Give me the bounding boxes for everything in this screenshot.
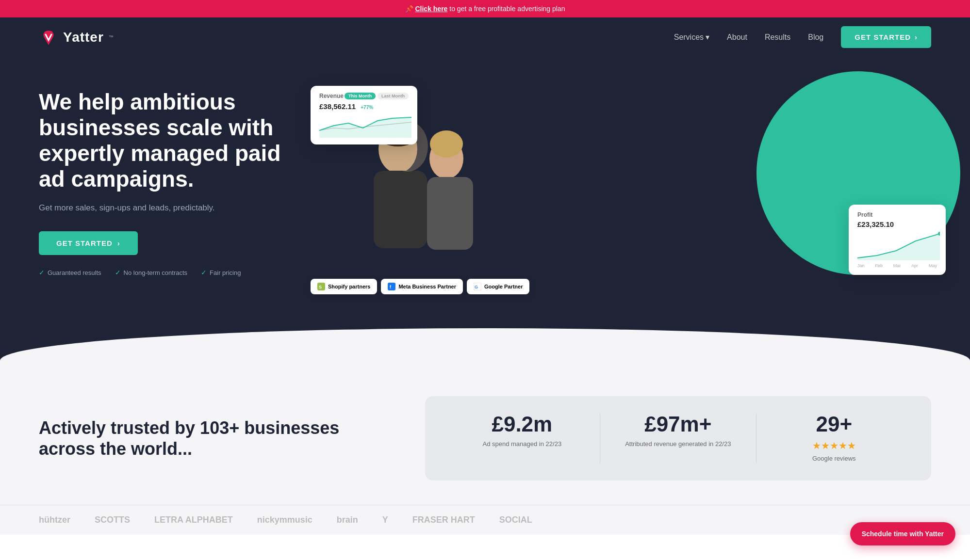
- nav-about[interactable]: About: [727, 33, 747, 42]
- logo-tm: ™: [109, 34, 114, 40]
- stats-section: Actively trusted by 103+ businesses acro…: [0, 367, 970, 505]
- partner-badges: S Shopify partners f Meta Business Partn…: [311, 279, 529, 294]
- google-partner-badge: G Google Partner: [467, 279, 529, 294]
- svg-rect-12: [388, 283, 395, 290]
- svg-marker-7: [319, 117, 411, 138]
- logo[interactable]: Yatter™: [39, 28, 114, 47]
- profit-card-title: Profit: [857, 211, 937, 218]
- float-schedule-button[interactable]: Schedule time with Yatter: [850, 522, 955, 535]
- svg-rect-1: [374, 171, 427, 248]
- check-guaranteed: ✓ Guaranteed results: [39, 269, 101, 276]
- hero-left: We help ambitious businesses scale with …: [39, 89, 301, 276]
- chevron-down-icon: ▾: [706, 32, 709, 42]
- brand-fraser-hart: FRASER HART: [412, 515, 475, 525]
- navbar: Yatter™ Services ▾ About Results Blog GE…: [0, 17, 970, 57]
- hero-right: Revenue This Month Last Month £38,562.11…: [301, 86, 931, 280]
- arrow-right-icon: ›: [117, 239, 120, 247]
- stat-value-spend: £9.2m: [454, 414, 590, 435]
- stat-label-revenue: Attributed revenue generated in 22/23: [610, 440, 746, 448]
- revenue-card-title: Revenue: [319, 93, 344, 99]
- svg-rect-4: [427, 177, 473, 250]
- stat-value-reviews: 29+: [766, 414, 902, 435]
- wave-separator: [0, 328, 970, 367]
- svg-text:S: S: [319, 285, 322, 289]
- revenue-amount: £38,562.11 +77%: [319, 102, 409, 111]
- brand-letra: LETRA ALPHABET: [154, 515, 233, 525]
- hero-section: We help ambitious businesses scale with …: [0, 57, 970, 328]
- nav-services[interactable]: Services ▾: [674, 32, 709, 42]
- profit-amount: £23,325.10: [857, 220, 937, 228]
- banner-cta-link[interactable]: Click here: [415, 5, 447, 13]
- this-month-badge: This Month: [345, 93, 376, 99]
- brand-brain: brain: [337, 515, 358, 525]
- banner-icon: 📌: [405, 5, 413, 13]
- stats-left: Actively trusted by 103+ businesses acro…: [39, 417, 396, 459]
- hero-checks: ✓ Guaranteed results ✓ No long-term cont…: [39, 269, 301, 276]
- nav-blog[interactable]: Blog: [808, 33, 823, 42]
- top-banner: 📌 Click here to get a free profitable ad…: [0, 0, 970, 17]
- stats-title: Actively trusted by 103+ businesses acro…: [39, 417, 396, 459]
- stat-reviews: 29+ ★★★★★ Google reviews: [756, 414, 912, 463]
- nav-cta-button[interactable]: GET STARTED ›: [841, 26, 931, 48]
- brand-y: Y: [382, 515, 388, 525]
- brand-scotts: SCOTTS: [95, 515, 130, 525]
- svg-point-6: [430, 130, 463, 158]
- check-pricing: ✓ Fair pricing: [201, 269, 241, 276]
- brand-huhjtzer: hühtzer: [39, 515, 70, 525]
- checkmark-icon: ✓: [201, 269, 207, 276]
- hero-cta-button[interactable]: GET STARTED ›: [39, 231, 138, 255]
- revenue-card: Revenue This Month Last Month £38,562.11…: [311, 86, 417, 144]
- hero-title: We help ambitious businesses scale with …: [39, 89, 301, 192]
- revenue-chart: [319, 113, 409, 138]
- last-month-badge: Last Month: [378, 93, 409, 99]
- checkmark-icon: ✓: [39, 269, 45, 276]
- banner-description: to get a free profitable advertising pla…: [449, 5, 565, 13]
- profit-card: Profit £23,325.10 JanFebMarAprMay: [849, 205, 946, 275]
- shopify-partner-badge: S Shopify partners: [311, 279, 377, 294]
- hero-subtitle: Get more sales, sign-ups and leads, pred…: [39, 202, 301, 214]
- meta-partner-badge: f Meta Business Partner: [381, 279, 463, 294]
- stat-label-spend: Ad spend managed in 22/23: [454, 440, 590, 448]
- nav-links: Services ▾ About Results Blog GET STARTE…: [674, 26, 931, 48]
- stat-value-revenue: £97m+: [610, 414, 746, 435]
- brand-bar: hühtzer SCOTTS LETRA ALPHABET nickymmusi…: [0, 505, 970, 535]
- stat-revenue: £97m+ Attributed revenue generated in 22…: [600, 414, 756, 463]
- nav-results[interactable]: Results: [765, 33, 790, 42]
- stats-card: £9.2m Ad spend managed in 22/23 £97m+ At…: [425, 396, 931, 480]
- brand-nicky: nickymmusic: [257, 515, 312, 525]
- checkmark-icon: ✓: [115, 269, 121, 276]
- brand-social: SOCIAL: [499, 515, 532, 525]
- star-rating: ★★★★★: [766, 440, 902, 451]
- logo-text: Yatter: [63, 30, 104, 45]
- stat-label-reviews: Google reviews: [766, 454, 902, 463]
- check-contracts: ✓ No long-term contracts: [115, 269, 188, 276]
- svg-text:G: G: [475, 285, 478, 289]
- logo-icon: [39, 28, 58, 47]
- stat-ad-spend: £9.2m Ad spend managed in 22/23: [444, 414, 600, 463]
- arrow-right-icon: ›: [915, 33, 918, 41]
